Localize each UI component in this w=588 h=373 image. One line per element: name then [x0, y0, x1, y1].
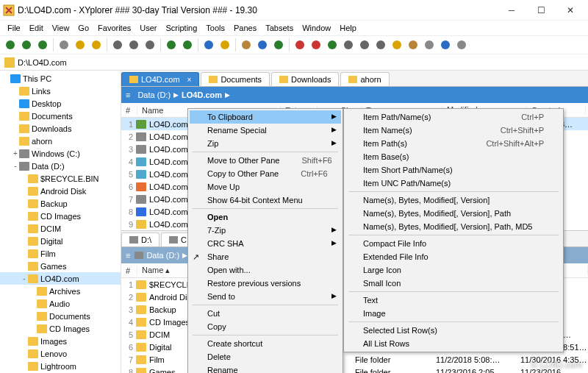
menu-item[interactable]: Show 64-bit Context Menu	[190, 193, 341, 207]
menu-item[interactable]: Rename Special▶	[190, 124, 341, 137]
maximize-button[interactable]: ☐	[526, 0, 556, 21]
menu-item[interactable]: Item Name(s)Ctrl+Shift+P	[345, 124, 562, 137]
menu-view[interactable]: View	[48, 22, 74, 34]
menu-item[interactable]: Zip▶	[190, 137, 341, 150]
menu-item[interactable]: Open	[190, 210, 341, 224]
menu-tabsets[interactable]: Tabsets	[261, 22, 298, 34]
menu-item[interactable]: Name(s), Bytes, Modified[, Version]	[345, 193, 562, 207]
context-menu[interactable]: To Clipboard▶Rename Special▶Zip▶Move to …	[187, 108, 343, 373]
undo-button[interactable]	[73, 38, 87, 52]
back-button[interactable]	[3, 38, 18, 52]
tree-item[interactable]: Documents	[0, 310, 121, 322]
tree-item[interactable]: CD Images	[0, 322, 121, 335]
menu-icon[interactable]: ≡	[126, 251, 130, 260]
tree-item[interactable]: This PC	[0, 72, 121, 85]
tree-item[interactable]: ahorn	[0, 135, 121, 147]
menu-go[interactable]: Go	[74, 22, 93, 34]
menu-item[interactable]: Name(s), Bytes, Modified[, Version], Pat…	[345, 207, 562, 220]
menu-item[interactable]: Move Up	[190, 180, 341, 193]
menu-item[interactable]: Copy to Other PaneCtrl+F6	[190, 167, 341, 180]
file-button[interactable]	[57, 38, 71, 52]
funnel-green-button[interactable]	[271, 38, 286, 52]
tab[interactable]: D:\	[121, 232, 159, 246]
menu-item[interactable]: Send to▶	[190, 290, 341, 303]
target-button[interactable]	[309, 38, 323, 52]
tree-item[interactable]: Archives	[0, 285, 121, 297]
menu-item[interactable]: Extended File Info	[345, 250, 562, 263]
menu-item[interactable]: Image	[345, 307, 562, 320]
menu-item[interactable]: Restore previous versions	[190, 277, 341, 290]
menu-item[interactable]: Selected List Row(s)	[345, 324, 562, 337]
tab[interactable]: Documents	[201, 72, 270, 86]
menu-tools[interactable]: Tools	[201, 22, 229, 34]
breadcrumb-top[interactable]: ≡ Data (D:) ▶ LO4D.com ▶	[121, 87, 588, 103]
tab[interactable]: ahorn	[340, 72, 389, 86]
tree-item[interactable]: Lenovo	[0, 347, 121, 360]
menu-favorites[interactable]: Favorites	[93, 22, 135, 34]
hammer-button[interactable]	[422, 38, 437, 52]
tree-item[interactable]: Images	[0, 335, 121, 347]
tree-item[interactable]: Downloads	[0, 122, 121, 135]
paste-button[interactable]	[143, 38, 157, 52]
ball-red-button[interactable]	[293, 38, 307, 52]
menu-item[interactable]: Item Path(s)Ctrl+Shift+Alt+P	[345, 137, 562, 150]
tree-item[interactable]: Film	[0, 247, 121, 260]
menu-item[interactable]: Cut	[190, 307, 341, 320]
menu-help[interactable]: Help	[335, 22, 361, 34]
menu-item[interactable]: Name(s), Bytes, Modified[, Version], Pat…	[345, 220, 562, 233]
tree2-button[interactable]	[325, 38, 340, 52]
layout2-button[interactable]	[357, 38, 372, 52]
menu-item[interactable]: Item Base(s)	[345, 150, 562, 163]
close-button[interactable]: ✕	[556, 0, 585, 21]
tree-item[interactable]: Desktop	[0, 97, 121, 110]
move-button[interactable]	[164, 38, 179, 52]
menu-item[interactable]: Large Icon	[345, 263, 562, 277]
menu-item[interactable]: Small Icon	[345, 277, 562, 290]
menu-item[interactable]: Copy	[190, 320, 341, 333]
layout1-button[interactable]	[341, 38, 356, 52]
tree-item[interactable]: +Windows (C:)	[0, 147, 121, 160]
fwd-button[interactable]	[19, 38, 34, 52]
menu-item[interactable]: Open with...	[190, 263, 341, 277]
menu-item[interactable]: Move to Other PaneShift+F6	[190, 154, 341, 167]
pc2-button[interactable]	[438, 38, 453, 52]
menu-item[interactable]: Rename	[190, 363, 341, 373]
menu-item[interactable]: 7-Zip▶	[190, 224, 341, 237]
pin-button[interactable]	[239, 38, 254, 52]
menu-icon[interactable]: ≡	[126, 90, 130, 99]
tree-item[interactable]: Android Disk	[0, 185, 121, 197]
layout3-button[interactable]	[373, 38, 388, 52]
context-submenu-clipboard[interactable]: Item Path/Name(s)Ctrl+PItem Name(s)Ctrl+…	[343, 108, 564, 352]
menu-edit[interactable]: Edit	[25, 22, 48, 34]
address-bar[interactable]: D:\LO4D.com	[0, 54, 588, 71]
menu-window[interactable]: Window	[298, 22, 335, 34]
star-button[interactable]	[218, 38, 232, 52]
note-button[interactable]	[390, 38, 404, 52]
gear-button[interactable]	[454, 38, 469, 52]
menu-item[interactable]: Compact File Info	[345, 237, 562, 250]
menu-item[interactable]: To Clipboard▶	[190, 110, 341, 124]
menu-item[interactable]: Item Short Path/Name(s)	[345, 163, 562, 177]
filter-button[interactable]	[201, 38, 216, 52]
menu-scripting[interactable]: Scripting	[162, 22, 202, 34]
funnel-blue-button[interactable]	[255, 38, 270, 52]
tree-item[interactable]: Lightroom	[0, 360, 121, 372]
tree-item[interactable]: Backup	[0, 197, 121, 210]
menu-item[interactable]: Delete	[190, 350, 341, 363]
tree-item[interactable]: CD Images	[0, 210, 121, 222]
copy2-button[interactable]	[180, 38, 195, 52]
brush-button[interactable]	[406, 38, 420, 52]
menu-item[interactable]: CRC SHA▶	[190, 237, 341, 250]
up-button[interactable]	[35, 38, 50, 52]
menu-item[interactable]: Text	[345, 294, 562, 307]
tree-item[interactable]: -LO4D.com	[0, 272, 121, 285]
tree-item[interactable]: Documents	[0, 110, 121, 122]
redo-button[interactable]	[89, 38, 104, 52]
tree-item[interactable]: DCIM	[0, 222, 121, 235]
tree-item[interactable]: Games	[0, 260, 121, 272]
menu-item[interactable]: Item Path/Name(s)Ctrl+P	[345, 110, 562, 124]
col-num[interactable]: #	[121, 266, 137, 275]
folder-tree[interactable]: This PCLinksDesktopDocumentsDownloadsaho…	[0, 71, 121, 373]
cut-button[interactable]	[110, 38, 125, 52]
minimize-button[interactable]: ─	[497, 0, 526, 21]
